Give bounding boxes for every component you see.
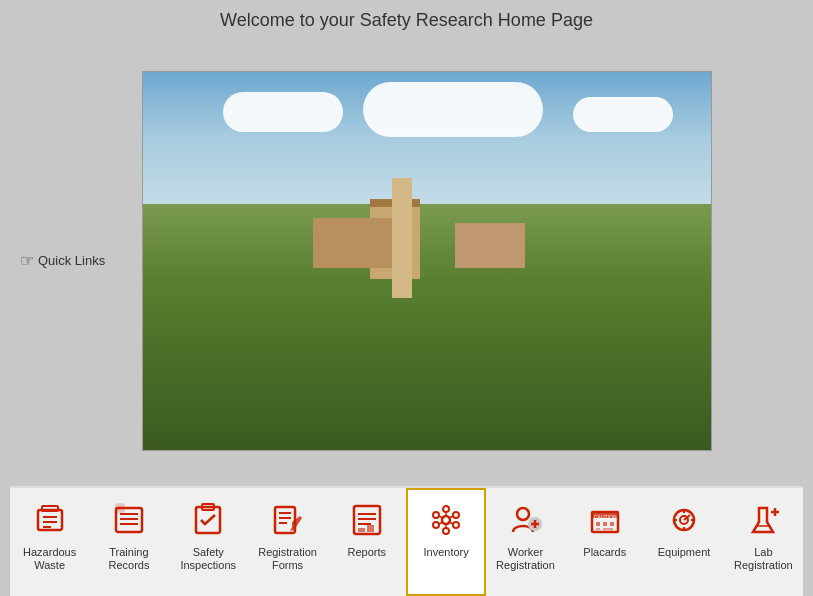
equipment-icon <box>662 498 706 542</box>
svg-point-28 <box>453 522 459 528</box>
svg-point-35 <box>517 508 529 520</box>
right-sidebar <box>723 39 803 482</box>
svg-rect-20 <box>358 528 365 532</box>
svg-point-26 <box>453 512 459 518</box>
svg-rect-46 <box>603 528 613 530</box>
placards-icon: CAUTION <box>583 498 627 542</box>
svg-point-27 <box>433 522 439 528</box>
safety-inspections-label: SafetyInspections <box>180 546 236 572</box>
hazardous-waste-label: HazardousWaste <box>23 546 76 572</box>
quick-links-icon: ☞ <box>20 251 34 270</box>
left-sidebar: ☞ Quick Links <box>10 39 130 482</box>
nav-item-lab-registration[interactable]: LabRegistration <box>724 488 803 596</box>
registration-forms-label: RegistrationForms <box>258 546 317 572</box>
worker-registration-icon <box>503 498 547 542</box>
registration-forms-icon <box>266 498 310 542</box>
reports-label: Reports <box>348 546 387 559</box>
svg-rect-1 <box>42 506 58 511</box>
svg-point-23 <box>443 506 449 512</box>
nav-item-equipment[interactable]: Equipment <box>644 488 723 596</box>
training-records-label: TrainingRecords <box>108 546 149 572</box>
nav-item-worker-registration[interactable]: WorkerRegistration <box>486 488 565 596</box>
inventory-label: Inventory <box>424 546 469 559</box>
equipment-label: Equipment <box>658 546 711 559</box>
safety-inspections-icon <box>186 498 230 542</box>
svg-rect-21 <box>367 525 374 532</box>
reports-icon <box>345 498 389 542</box>
main-content: ☞ Quick Links <box>10 39 803 482</box>
quick-links-label: Quick Links <box>38 253 105 268</box>
nav-item-reports[interactable]: Reports <box>327 488 406 596</box>
svg-rect-45 <box>596 528 600 530</box>
campus-aerial-photo <box>142 71 712 451</box>
nav-item-hazardous-waste[interactable]: HazardousWaste <box>10 488 89 596</box>
lab-registration-label: LabRegistration <box>734 546 793 572</box>
worker-registration-label: WorkerRegistration <box>496 546 555 572</box>
quick-links: ☞ Quick Links <box>20 251 105 270</box>
page-title: Welcome to your Safety Research Home Pag… <box>220 10 593 31</box>
placards-label: Placards <box>583 546 626 559</box>
inventory-icon <box>424 498 468 542</box>
training-records-icon <box>107 498 151 542</box>
svg-rect-43 <box>603 522 607 526</box>
hazardous-waste-icon <box>28 498 72 542</box>
nav-bar: HazardousWaste TrainingRecords <box>10 486 803 596</box>
svg-rect-44 <box>610 522 614 526</box>
lab-registration-icon <box>741 498 785 542</box>
svg-point-24 <box>443 528 449 534</box>
nav-item-safety-inspections[interactable]: SafetyInspections <box>169 488 248 596</box>
campus-image-container <box>130 39 723 482</box>
svg-point-22 <box>442 516 450 524</box>
nav-item-training-records[interactable]: TrainingRecords <box>89 488 168 596</box>
svg-text:CAUTION: CAUTION <box>594 514 617 520</box>
nav-item-registration-forms[interactable]: RegistrationForms <box>248 488 327 596</box>
nav-item-placards[interactable]: CAUTION Placards <box>565 488 644 596</box>
page-wrapper: Welcome to your Safety Research Home Pag… <box>0 0 813 596</box>
svg-rect-42 <box>596 522 600 526</box>
svg-point-25 <box>433 512 439 518</box>
nav-item-inventory[interactable]: Inventory <box>406 488 485 596</box>
svg-rect-9 <box>116 504 124 512</box>
